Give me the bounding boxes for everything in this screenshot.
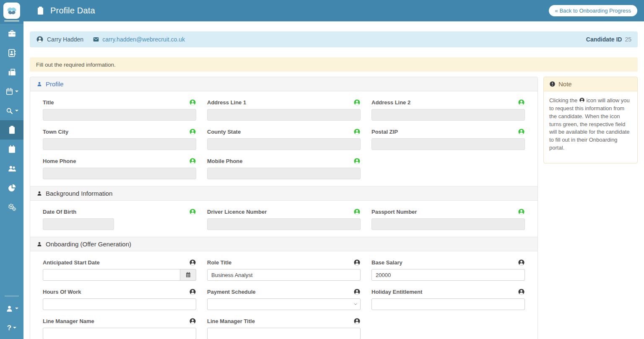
sidebar-item-calendar[interactable]	[0, 140, 23, 159]
role-title-input[interactable]	[207, 269, 361, 281]
postal-zip-input	[371, 138, 525, 150]
sidebar: ?	[0, 0, 23, 339]
caret-down-icon	[13, 327, 16, 329]
request-info-icon[interactable]	[189, 99, 196, 106]
candidate-id-value: 25	[625, 36, 631, 43]
background-section-heading: Background Information	[30, 186, 538, 201]
home-phone-input	[43, 168, 196, 179]
request-info-icon[interactable]	[353, 128, 361, 135]
title-input	[43, 109, 196, 121]
field-address-line-1: Address Line 1	[207, 99, 361, 121]
onboarding-section-title: Onboarding (Offer Generation)	[46, 241, 131, 248]
main-column: Profile Data « Back to Onboarding Progre…	[23, 0, 644, 339]
user-icon	[5, 305, 13, 313]
field-date-of-birth: Date Of Birth	[43, 208, 196, 230]
county-state-input	[207, 138, 361, 150]
back-to-onboarding-button[interactable]: « Back to Onboarding Progress	[549, 5, 637, 16]
request-info-icon[interactable]	[518, 128, 525, 135]
note-heading: Note	[544, 77, 637, 91]
request-info-icon[interactable]	[518, 208, 525, 215]
person-icon	[36, 81, 42, 87]
panels-row: Profile Title Address Line 1	[30, 77, 638, 339]
anticipated-start-date-input[interactable]	[43, 269, 180, 281]
request-info-icon[interactable]	[189, 288, 196, 295]
datepicker-button[interactable]	[180, 269, 196, 281]
request-info-icon[interactable]	[189, 259, 196, 266]
sidebar-item-contacts[interactable]	[0, 43, 23, 62]
sidebar-item-onboarding-active[interactable]	[0, 120, 23, 140]
base-salary-input[interactable]	[371, 269, 525, 281]
address-book-icon	[8, 49, 16, 57]
candidate-email-link[interactable]: carry.hadden@webrecruit.co.uk	[102, 36, 185, 43]
field-role-title: Role Title	[207, 259, 361, 281]
hours-of-work-input[interactable]	[43, 298, 196, 310]
field-address-line-2: Address Line 2	[371, 99, 525, 121]
field-line-manager-title: Line Manager Title	[207, 318, 361, 339]
payment-schedule-select[interactable]	[207, 298, 361, 310]
request-info-icon[interactable]	[189, 318, 196, 325]
request-info-icon[interactable]	[518, 99, 525, 106]
request-info-icon[interactable]	[189, 128, 196, 135]
field-label: Date Of Birth	[43, 209, 76, 215]
onboarding-section-heading: Onboarding (Offer Generation)	[30, 237, 538, 251]
field-label: Home Phone	[43, 158, 76, 164]
sidebar-item-settings[interactable]	[0, 197, 23, 217]
profile-section-body: Title Address Line 1 Address Line 2	[30, 91, 538, 186]
field-payment-schedule: Payment Schedule	[207, 288, 361, 310]
sidebar-item-fax[interactable]	[0, 62, 23, 82]
line-manager-name-input[interactable]	[43, 328, 196, 339]
field-postal-zip: Postal ZIP	[371, 128, 525, 150]
holiday-entitlement-input[interactable]	[371, 298, 525, 310]
fax-icon	[8, 68, 16, 77]
top-header: Profile Data « Back to Onboarding Progre…	[23, 0, 644, 21]
sidebar-divider	[5, 296, 19, 296]
profile-section-title: Profile	[46, 80, 64, 88]
users-icon	[8, 164, 16, 173]
pie-chart-icon	[8, 184, 16, 192]
request-info-icon[interactable]	[518, 259, 525, 266]
field-label: Line Manager Title	[207, 318, 255, 324]
caret-down-icon	[15, 308, 18, 309]
sidebar-item-jobs[interactable]	[0, 24, 23, 43]
calendar-icon	[185, 272, 191, 278]
request-info-icon[interactable]	[518, 288, 525, 295]
field-passport-number: Passport Number	[371, 208, 525, 230]
sidebar-item-search-menu[interactable]	[0, 101, 23, 120]
request-info-icon[interactable]	[353, 288, 361, 295]
note-body: Clicking the icon will allow you to requ…	[544, 91, 637, 163]
sidebar-item-help-menu[interactable]: ?	[0, 318, 23, 337]
sidebar-item-account-menu[interactable]	[0, 299, 23, 318]
request-info-icon[interactable]	[353, 318, 361, 325]
line-manager-title-input[interactable]	[207, 328, 361, 339]
request-info-icon[interactable]	[353, 208, 361, 215]
sidebar-item-users[interactable]	[0, 159, 23, 178]
field-hours-of-work: Hours Of Work	[43, 288, 196, 310]
mobile-phone-input	[207, 168, 361, 179]
field-line-manager-name: Line Manager Name	[43, 318, 196, 339]
request-info-icon[interactable]	[353, 99, 361, 106]
field-home-phone: Home Phone	[43, 158, 196, 179]
user-circle-icon	[579, 97, 585, 103]
sidebar-item-schedule-menu[interactable]	[0, 82, 23, 101]
note-title: Note	[558, 80, 572, 88]
sidebar-item-reports[interactable]	[0, 178, 23, 197]
user-circle-icon	[36, 36, 44, 43]
calendar-outline-icon	[5, 88, 13, 96]
app-logo[interactable]	[0, 0, 23, 24]
field-label: Mobile Phone	[207, 158, 243, 164]
request-info-icon[interactable]	[189, 208, 196, 215]
date-of-birth-input	[43, 218, 114, 230]
caret-down-icon	[15, 110, 18, 111]
request-info-icon[interactable]	[189, 158, 196, 165]
briefcase-icon	[8, 29, 16, 38]
candidate-id-label: Candidate ID	[586, 36, 622, 43]
field-label: Payment Schedule	[207, 289, 256, 295]
app-window: ? Profile Data « Back to Onboarding Prog…	[0, 0, 644, 339]
driver-licence-input	[207, 218, 361, 230]
town-city-input	[43, 138, 196, 150]
field-label: Address Line 1	[207, 99, 246, 106]
request-info-icon[interactable]	[353, 158, 361, 165]
request-info-icon[interactable]	[353, 259, 361, 266]
search-icon	[5, 107, 13, 115]
exclamation-circle-icon	[549, 81, 556, 87]
